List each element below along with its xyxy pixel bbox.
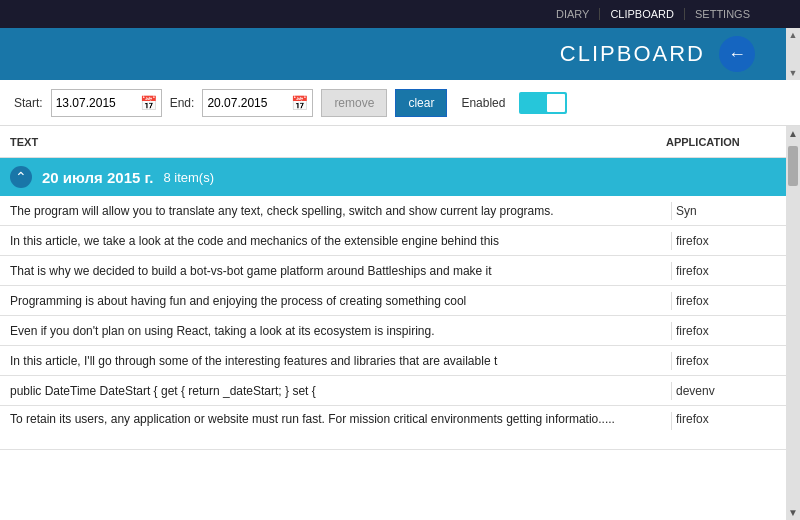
row-divider [671, 292, 672, 310]
row-divider [671, 232, 672, 250]
table-row[interactable]: That is why we decided to build a bot-vs… [0, 256, 786, 286]
title-scroll-up[interactable]: ▲ [786, 28, 800, 42]
row-divider [671, 382, 672, 400]
clipboard-link[interactable]: CLIPBOARD [600, 8, 685, 20]
col-application-header: APPLICATION [666, 136, 776, 148]
enabled-toggle[interactable] [519, 92, 567, 114]
end-calendar-icon[interactable]: 📅 [291, 95, 308, 111]
row-divider [671, 262, 672, 280]
table-row[interactable]: To retain its users, any application or … [0, 406, 786, 450]
toggle-knob [547, 94, 565, 112]
row-text: In this article, I'll go through some of… [10, 354, 667, 368]
row-app: firefox [676, 412, 776, 426]
main-scrollbar: ▲ ▼ [786, 126, 800, 520]
scroll-down-arrow[interactable]: ▼ [788, 505, 798, 520]
row-text: To retain its users, any application or … [10, 412, 667, 426]
row-app: firefox [676, 354, 776, 368]
title-scrollbar: ▲ ▼ [786, 28, 800, 80]
scroll-track [786, 141, 800, 505]
data-rows: The program will allow you to translate … [0, 196, 800, 520]
start-label: Start: [14, 96, 43, 110]
scroll-thumb[interactable] [788, 146, 798, 186]
toolbar: Start: 📅 End: 📅 remove clear Enabled [0, 80, 800, 126]
row-app: firefox [676, 324, 776, 338]
end-date-input[interactable] [207, 96, 287, 110]
table-row[interactable]: The program will allow you to translate … [0, 196, 786, 226]
table-row[interactable]: Even if you don't plan on using React, t… [0, 316, 786, 346]
group-count: 8 item(s) [163, 170, 214, 185]
start-date-input[interactable] [56, 96, 136, 110]
column-headers: TEXT APPLICATION [0, 126, 800, 158]
top-bar: DIARY CLIPBOARD SETTINGS [0, 0, 800, 28]
row-text: Even if you don't plan on using React, t… [10, 324, 667, 338]
page-title: CLIPBOARD [560, 41, 705, 67]
back-button[interactable]: ← [719, 36, 755, 72]
row-app: devenv [676, 384, 776, 398]
start-calendar-icon[interactable]: 📅 [140, 95, 157, 111]
group-date: 20 июля 2015 г. [42, 169, 153, 186]
table-row[interactable]: public DateTime DateStart { get { return… [0, 376, 786, 406]
row-divider [671, 412, 672, 430]
row-text: In this article, we take a look at the c… [10, 234, 667, 248]
settings-link[interactable]: SETTINGS [685, 8, 760, 20]
row-text: Programming is about having fun and enjo… [10, 294, 667, 308]
clear-button[interactable]: clear [395, 89, 447, 117]
table-row[interactable]: In this article, I'll go through some of… [0, 346, 786, 376]
table-row[interactable]: In this article, we take a look at the c… [0, 226, 786, 256]
title-bar: CLIPBOARD ← ▲ ▼ [0, 28, 800, 80]
remove-button[interactable]: remove [321, 89, 387, 117]
main-content: TEXT APPLICATION ⌃ 20 июля 2015 г. 8 ite… [0, 126, 800, 520]
table-row[interactable]: Programming is about having fun and enjo… [0, 286, 786, 316]
row-app: Syn [676, 204, 776, 218]
col-text-header: TEXT [10, 136, 666, 148]
row-text: The program will allow you to translate … [10, 204, 667, 218]
end-date-wrapper: 📅 [202, 89, 313, 117]
collapse-button[interactable]: ⌃ [10, 166, 32, 188]
start-date-wrapper: 📅 [51, 89, 162, 117]
diary-link[interactable]: DIARY [546, 8, 600, 20]
row-app: firefox [676, 264, 776, 278]
end-label: End: [170, 96, 195, 110]
row-divider [671, 352, 672, 370]
title-scroll-down[interactable]: ▼ [786, 66, 800, 80]
enabled-label: Enabled [461, 96, 505, 110]
row-text: That is why we decided to build a bot-vs… [10, 264, 667, 278]
row-text: public DateTime DateStart { get { return… [10, 384, 667, 398]
row-divider [671, 202, 672, 220]
row-divider [671, 322, 672, 340]
row-app: firefox [676, 294, 776, 308]
scroll-up-arrow[interactable]: ▲ [788, 126, 798, 141]
collapse-icon: ⌃ [15, 170, 27, 184]
row-app: firefox [676, 234, 776, 248]
group-header: ⌃ 20 июля 2015 г. 8 item(s) [0, 158, 800, 196]
